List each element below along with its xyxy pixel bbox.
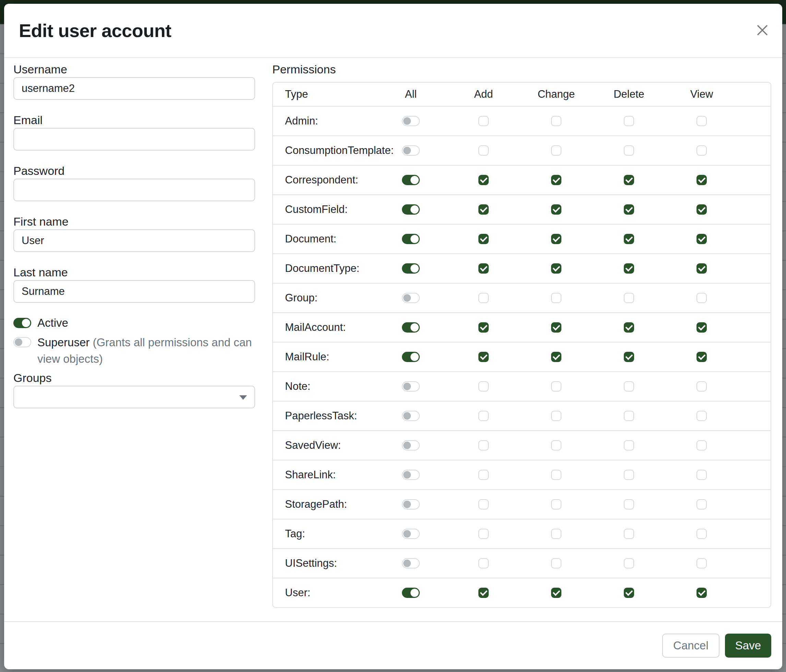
permission-add-checkbox[interactable] <box>478 293 489 303</box>
email-field[interactable] <box>13 128 255 151</box>
permission-all-toggle[interactable] <box>402 588 420 598</box>
cancel-button[interactable]: Cancel <box>662 634 720 658</box>
permission-change-checkbox[interactable] <box>551 588 561 598</box>
permission-add-checkbox[interactable] <box>478 234 489 244</box>
permission-view-checkbox[interactable] <box>696 470 707 480</box>
permission-delete-checkbox[interactable] <box>624 588 634 598</box>
permission-add-checkbox[interactable] <box>478 322 489 333</box>
permission-add-checkbox[interactable] <box>478 588 489 598</box>
permission-delete-checkbox[interactable] <box>624 352 634 362</box>
permission-delete-checkbox[interactable] <box>624 440 634 451</box>
permission-all-toggle[interactable] <box>402 381 420 391</box>
permission-all-toggle[interactable] <box>402 234 420 244</box>
permission-change-checkbox[interactable] <box>551 352 561 362</box>
permission-add-checkbox[interactable] <box>478 440 489 451</box>
permission-delete-checkbox[interactable] <box>624 145 634 155</box>
permission-view-checkbox[interactable] <box>696 293 707 303</box>
permission-view-checkbox[interactable] <box>696 234 707 244</box>
permission-all-toggle[interactable] <box>402 558 420 568</box>
permission-add-checkbox[interactable] <box>478 116 489 126</box>
permission-delete-checkbox[interactable] <box>624 175 634 185</box>
active-toggle[interactable] <box>13 318 31 328</box>
username-input[interactable] <box>13 77 255 100</box>
last-name-field[interactable] <box>13 280 255 303</box>
permission-add-checkbox[interactable] <box>478 529 489 539</box>
permission-add-checkbox[interactable] <box>478 204 489 215</box>
permission-all-toggle[interactable] <box>402 175 420 185</box>
permission-add-checkbox[interactable] <box>478 470 489 480</box>
groups-select[interactable] <box>13 386 255 408</box>
permission-view-checkbox[interactable] <box>696 263 707 273</box>
groups-group: Groups <box>13 372 255 408</box>
permission-delete-checkbox[interactable] <box>624 263 634 273</box>
permission-change-checkbox[interactable] <box>551 234 561 244</box>
permission-change-checkbox[interactable] <box>551 322 561 333</box>
permission-change-checkbox[interactable] <box>551 175 561 185</box>
permission-view-checkbox[interactable] <box>696 499 707 509</box>
permission-view-checkbox[interactable] <box>696 529 707 539</box>
permission-add-checkbox[interactable] <box>478 411 489 421</box>
permission-all-toggle[interactable] <box>402 263 420 273</box>
permission-add-checkbox[interactable] <box>478 381 489 391</box>
permission-delete-checkbox[interactable] <box>624 558 634 568</box>
permission-change-checkbox[interactable] <box>551 440 561 451</box>
permission-delete-checkbox[interactable] <box>624 470 634 480</box>
permission-all-toggle[interactable] <box>402 204 420 215</box>
permission-change-checkbox[interactable] <box>551 558 561 568</box>
permission-view-checkbox[interactable] <box>696 440 707 451</box>
permission-delete-checkbox[interactable] <box>624 322 634 333</box>
last-name-group: Last name <box>13 266 255 303</box>
password-field[interactable] <box>13 179 255 201</box>
permission-all-toggle[interactable] <box>402 145 420 155</box>
permission-delete-checkbox[interactable] <box>624 234 634 244</box>
permission-delete-checkbox[interactable] <box>624 293 634 303</box>
permission-all-toggle[interactable] <box>402 470 420 480</box>
permission-view-checkbox[interactable] <box>696 322 707 333</box>
permission-view-checkbox[interactable] <box>696 145 707 155</box>
permission-type-label: ShareLink: <box>273 469 374 481</box>
permission-delete-checkbox[interactable] <box>624 381 634 391</box>
permission-change-checkbox[interactable] <box>551 499 561 509</box>
permission-view-checkbox[interactable] <box>696 175 707 185</box>
permission-add-checkbox[interactable] <box>478 145 489 155</box>
permission-all-toggle[interactable] <box>402 322 420 333</box>
permission-all-toggle[interactable] <box>402 293 420 303</box>
permission-view-checkbox[interactable] <box>696 352 707 362</box>
permission-view-checkbox[interactable] <box>696 116 707 126</box>
permission-change-checkbox[interactable] <box>551 204 561 215</box>
permission-view-checkbox[interactable] <box>696 381 707 391</box>
permission-view-checkbox[interactable] <box>696 204 707 215</box>
permission-delete-checkbox[interactable] <box>624 411 634 421</box>
first-name-field[interactable] <box>13 229 255 252</box>
permission-all-toggle[interactable] <box>402 352 420 362</box>
permission-change-checkbox[interactable] <box>551 116 561 126</box>
superuser-toggle[interactable] <box>13 337 31 347</box>
permission-change-checkbox[interactable] <box>551 381 561 391</box>
permission-add-checkbox[interactable] <box>478 558 489 568</box>
permission-change-checkbox[interactable] <box>551 263 561 273</box>
permission-change-checkbox[interactable] <box>551 411 561 421</box>
permission-view-checkbox[interactable] <box>696 411 707 421</box>
permission-delete-checkbox[interactable] <box>624 116 634 126</box>
permission-add-checkbox[interactable] <box>478 263 489 273</box>
permission-view-checkbox[interactable] <box>696 588 707 598</box>
close-button[interactable] <box>753 21 772 40</box>
permission-view-checkbox[interactable] <box>696 558 707 568</box>
permission-delete-checkbox[interactable] <box>624 529 634 539</box>
permission-all-toggle[interactable] <box>402 499 420 509</box>
permission-delete-checkbox[interactable] <box>624 499 634 509</box>
permission-all-toggle[interactable] <box>402 529 420 539</box>
permission-row: CustomField: <box>273 195 770 224</box>
permission-all-toggle[interactable] <box>402 411 420 421</box>
permission-all-toggle[interactable] <box>402 440 420 451</box>
permission-change-checkbox[interactable] <box>551 145 561 155</box>
permission-all-toggle[interactable] <box>402 116 420 126</box>
permission-change-checkbox[interactable] <box>551 529 561 539</box>
permission-delete-checkbox[interactable] <box>624 204 634 215</box>
permission-add-checkbox[interactable] <box>478 175 489 185</box>
save-button[interactable]: Save <box>725 634 771 658</box>
permission-add-checkbox[interactable] <box>478 499 489 509</box>
permission-change-checkbox[interactable] <box>551 470 561 480</box>
permission-change-checkbox[interactable] <box>551 293 561 303</box>
permission-add-checkbox[interactable] <box>478 352 489 362</box>
